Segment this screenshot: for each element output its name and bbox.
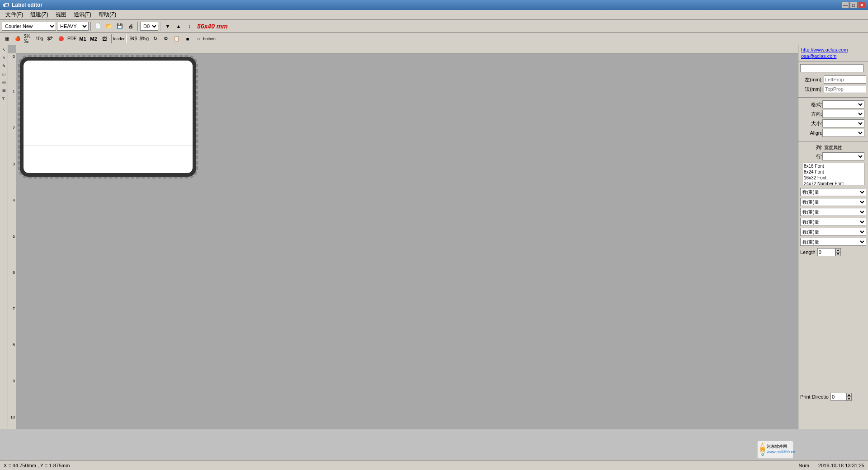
search-input[interactable] (800, 64, 863, 72)
label-canvas (20, 57, 196, 177)
arrow-down-button[interactable]: ▼ (163, 21, 173, 31)
size-select[interactable] (822, 119, 864, 127)
menu-item[interactable]: 文件(F) (2, 10, 27, 19)
dropdown2[interactable]: 数(重)量 (800, 198, 866, 206)
length-row: Length 0 ▲ ▼ (800, 248, 866, 256)
tb2-icon5[interactable]: $Z̈ (45, 34, 55, 44)
tb2-icon2[interactable]: 🍎 (13, 34, 23, 44)
app-title: Label editor (12, 2, 42, 8)
menu-item[interactable]: 通讯(T) (70, 10, 95, 19)
listbox-item[interactable]: 8x24 Font (802, 169, 864, 175)
listbox-item[interactable]: 16x32 Font (802, 175, 864, 181)
save-button[interactable]: 💾 (115, 21, 125, 31)
tb2-m1[interactable]: M1 (78, 34, 88, 44)
d-select[interactable]: D0 D1 D2 (140, 22, 158, 31)
tb2-icon8[interactable]: $%g (139, 34, 149, 44)
tb2-icon4[interactable]: 10g (34, 34, 44, 44)
toolbar1: Courier New Arial Times New Roman HEAVY … (0, 20, 868, 33)
length-spinner: ▲ ▼ (835, 248, 841, 256)
tb2-icon9[interactable]: ⚙ (161, 34, 171, 44)
tb2-square[interactable]: ■ (183, 34, 193, 44)
separator4 (111, 34, 112, 43)
separator5 (126, 34, 127, 43)
titlebar-left: 🏷 Label editor (3, 1, 42, 9)
printdir-down[interactable]: ▼ (846, 397, 852, 401)
rp-format-section: 格式: 方向: 大小: Align: (798, 99, 868, 139)
rp-search-section (798, 62, 868, 75)
row-select[interactable] (822, 152, 864, 160)
open-button[interactable]: 📂 (104, 21, 114, 31)
format-select[interactable] (822, 100, 864, 108)
size-row: 大小: (800, 119, 866, 127)
menu-item[interactable]: 组建(Z) (27, 10, 52, 19)
lt-tool4[interactable]: ◎ (0, 79, 8, 86)
align-select[interactable] (822, 129, 864, 137)
printdir-input[interactable]: 0 (830, 393, 846, 401)
tb2-icon6[interactable]: 🔴 (56, 34, 66, 44)
email-link[interactable]: osa@aclas.com (801, 53, 865, 59)
dropdown1[interactable]: 数(重)量 (800, 188, 866, 196)
new-button[interactable]: 📄 (93, 21, 103, 31)
lt-tool6[interactable]: 〒 (0, 95, 8, 102)
lt-select[interactable]: ↖ (0, 46, 8, 53)
dropdown5[interactable]: 数(重)量 (800, 228, 866, 236)
printdir-label: Print Directio (800, 394, 829, 400)
watermark: 河东 河东软件网 www.pc0359.cn (757, 441, 793, 459)
height-button[interactable]: ↕ (184, 21, 194, 31)
font-select[interactable]: Courier New Arial Times New Roman (2, 22, 56, 31)
tb2-refresh[interactable]: ↻ (150, 34, 160, 44)
aclas-link[interactable]: http://www.aclas.com (801, 47, 865, 52)
printdir-up[interactable]: ▲ (846, 393, 852, 397)
dropdown4[interactable]: 数(重)量 (800, 218, 866, 226)
listbox-item[interactable]: 24x72 Number Font (802, 181, 864, 185)
size-label: 56x40 mm (197, 23, 228, 30)
dropdown3[interactable]: 数(重)量 (800, 208, 866, 216)
tb2-icon7[interactable]: $¢$ (128, 34, 138, 44)
tb2-icon1[interactable]: ▦ (2, 34, 12, 44)
lt-tool1[interactable]: A (0, 54, 8, 61)
size-label: 大小: (802, 120, 822, 127)
length-input[interactable]: 0 (817, 248, 835, 256)
close-button[interactable]: ✕ (858, 2, 865, 8)
tb2-m2[interactable]: M2 (89, 34, 99, 44)
direction-label: 方向: (802, 111, 822, 118)
menu-item[interactable]: 视图 (52, 10, 70, 19)
main-area: ↖ A ✎ ▭ ◎ ⊞ 〒 0 1 2 3 4 5 6 7 8 (0, 45, 868, 429)
minimize-button[interactable]: — (842, 2, 849, 8)
print-button[interactable]: 🖨 (126, 21, 136, 31)
dropdown5-row: 数(重)量 (800, 228, 866, 236)
left-input[interactable] (824, 75, 866, 84)
printdir-spinner: ▲ ▼ (846, 393, 852, 401)
rp-bottom-space (798, 402, 868, 429)
tb2-photo[interactable]: 🖼 (99, 34, 109, 44)
format-row: 格式: (800, 100, 866, 108)
datetime-text: 2016-10-18 13:31:25 (818, 463, 864, 468)
tb2-icon11[interactable]: ○ (193, 34, 203, 44)
lt-tool5[interactable]: ⊞ (0, 87, 8, 94)
lt-tool3[interactable]: ▭ (0, 70, 8, 78)
font-listbox[interactable]: 8x16 Font 8x24 Font 16x32 Font 24x72 Num… (802, 163, 864, 185)
left-toolbar: ↖ A ✎ ▭ ◎ ⊞ 〒 (0, 45, 8, 429)
dropdown6[interactable]: 数(重)量 (800, 238, 866, 246)
left-label: 左(mm): (800, 76, 823, 83)
tb2-icon10[interactable]: 📋 (172, 34, 182, 44)
ruler-top: 0 1 2 3 4 5 6 7 8 9 10 11 12 13 14 15 16… (16, 45, 798, 53)
listbox-item[interactable]: 8x16 Font (802, 163, 864, 169)
length-up[interactable]: ▲ (835, 248, 841, 252)
separator3 (160, 22, 161, 31)
tb2-icon3[interactable]: $%‰ (24, 34, 33, 44)
length-down[interactable]: ▼ (835, 252, 841, 256)
weight-select[interactable]: HEAVY NORMAL LIGHT (57, 22, 89, 31)
arrow-up-button[interactable]: ▲ (174, 21, 184, 31)
lt-tool2[interactable]: ✎ (0, 62, 8, 70)
length-label: Length (800, 249, 816, 255)
row-label: 行: (802, 153, 822, 160)
tb2-bottom[interactable]: bottom (204, 34, 214, 44)
tb2-pdf[interactable]: PDF (67, 34, 77, 44)
menu-item[interactable]: 帮助(Z) (95, 10, 120, 19)
tb2-leader[interactable]: leader (114, 34, 124, 44)
maximize-button[interactable]: □ (850, 2, 857, 8)
top-input[interactable] (824, 85, 866, 93)
direction-select[interactable] (822, 110, 864, 118)
right-panel: http://www.aclas.com osa@aclas.com 左(mm)… (798, 45, 868, 429)
